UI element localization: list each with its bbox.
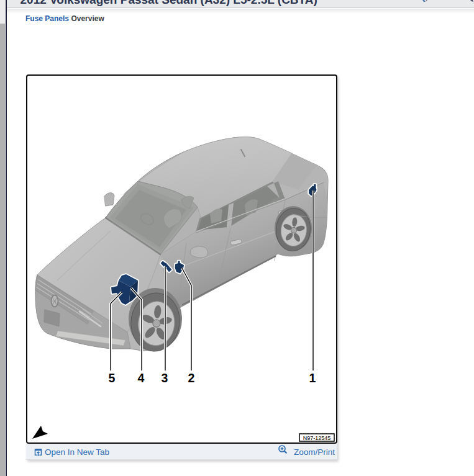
svg-text:1: 1 — [309, 371, 316, 385]
svg-text:4: 4 — [138, 371, 145, 385]
svg-text:N97-12545: N97-12545 — [303, 435, 331, 441]
svg-text:2: 2 — [188, 371, 195, 385]
svg-text:3: 3 — [162, 371, 168, 385]
svg-text:5: 5 — [109, 371, 116, 385]
